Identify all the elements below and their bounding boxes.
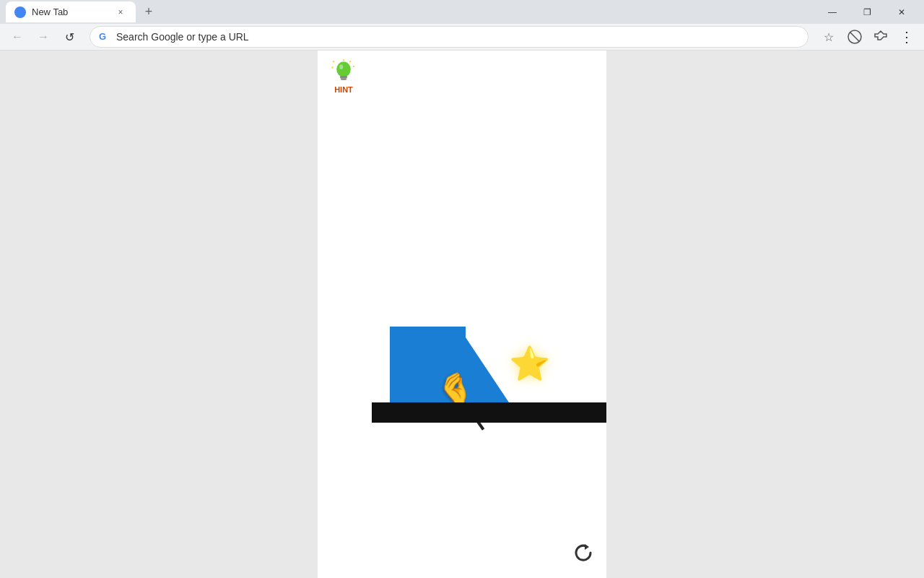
game-scene: ⭐ 🤌 (318, 206, 606, 423)
hint-label: HINT (334, 85, 353, 94)
svg-rect-8 (340, 76, 347, 78)
tab-close-button[interactable]: × (114, 6, 127, 19)
profile-icon (847, 30, 862, 44)
bulb-icon (331, 59, 357, 85)
minimize-button[interactable]: — (816, 0, 849, 24)
browser-frame: New Tab × + — ❐ ✕ ← → ↺ G Search Google … (0, 0, 924, 578)
active-tab[interactable]: New Tab × (6, 1, 136, 22)
window-controls: — ❐ ✕ (816, 0, 918, 24)
title-bar: New Tab × + — ❐ ✕ (0, 0, 924, 24)
maximize-button[interactable]: ❐ (850, 0, 884, 24)
forward-button[interactable]: → (32, 25, 55, 48)
reset-button[interactable] (572, 541, 595, 569)
close-button[interactable]: ✕ (885, 0, 918, 24)
google-icon: G (99, 31, 110, 43)
reload-button[interactable]: ↺ (58, 25, 81, 48)
svg-line-6 (332, 67, 334, 69)
profile-button[interactable] (843, 25, 866, 48)
svg-line-4 (353, 66, 354, 67)
menu-button[interactable]: ⋮ (895, 25, 918, 48)
back-button[interactable]: ← (6, 25, 29, 48)
star-collectible: ⭐ (509, 344, 550, 383)
ground-platform (372, 402, 606, 423)
svg-marker-11 (585, 544, 589, 550)
hint-button[interactable]: HINT (331, 59, 357, 94)
tab-favicon (14, 7, 26, 18)
address-text: Search Google or type a URL (116, 31, 799, 43)
new-tab-button[interactable]: + (139, 2, 159, 22)
svg-line-1 (850, 33, 859, 41)
tab-title: New Tab (32, 7, 68, 17)
bookmark-button[interactable]: ☆ (817, 25, 840, 48)
svg-point-10 (339, 64, 343, 69)
extensions-icon (873, 30, 888, 44)
toolbar-right: ☆ ⋮ (817, 25, 918, 48)
reset-icon (572, 541, 595, 564)
svg-line-3 (349, 61, 351, 62)
svg-rect-9 (341, 78, 346, 79)
content-area: HINT ⭐ 🤌 (0, 51, 924, 578)
svg-point-7 (336, 61, 351, 77)
game-panel: HINT ⭐ 🤌 (318, 51, 606, 578)
browser-toolbar: ← → ↺ G Search Google or type a URL ☆ ⋮ (0, 24, 924, 51)
svg-line-5 (333, 61, 334, 62)
address-bar[interactable]: G Search Google or type a URL (90, 26, 808, 48)
extensions-button[interactable] (869, 25, 892, 48)
